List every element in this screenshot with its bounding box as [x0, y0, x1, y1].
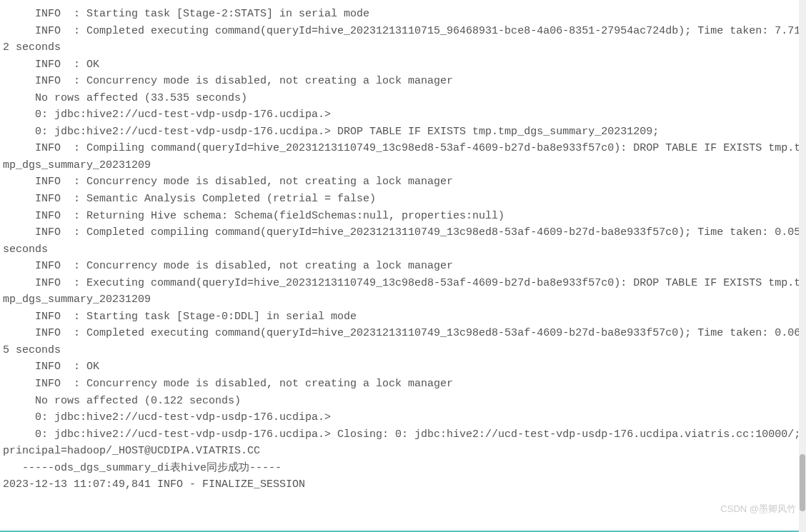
log-line: INFO : Starting task [Stage-0:DDL] in se… — [3, 308, 806, 326]
scrollbar-thumb[interactable] — [800, 454, 805, 511]
log-line: INFO : Semantic Analysis Completed (retr… — [3, 191, 806, 208]
log-line: INFO : Compiling command(queryId=hive_20… — [3, 140, 806, 174]
log-line: 2023-12-13 11:07:49,841 INFO - FINALIZE_… — [3, 476, 806, 493]
log-line: 0: jdbc:hive2://ucd-test-vdp-usdp-176.uc… — [3, 409, 806, 426]
log-line: INFO : Concurrency mode is disabled, not… — [3, 258, 806, 275]
log-line: INFO : Executing command(queryId=hive_20… — [3, 275, 806, 308]
log-line: INFO : Completed executing command(query… — [3, 325, 806, 358]
log-line: INFO : OK — [3, 56, 806, 74]
watermark-text: CSDN @墨卿风竹 — [720, 502, 796, 516]
log-line: No rows affected (33.535 seconds) — [3, 90, 806, 107]
log-line: INFO : Completed compiling command(query… — [3, 224, 806, 258]
log-line: 0: jdbc:hive2://ucd-test-vdp-usdp-176.uc… — [3, 426, 806, 460]
log-line: INFO : Concurrency mode is disabled, not… — [3, 376, 806, 393]
log-line: INFO : OK — [3, 358, 806, 376]
log-line: -----ods_dgs_summary_di表hive同步成功----- — [3, 460, 806, 477]
log-line: 0: jdbc:hive2://ucd-test-vdp-usdp-176.uc… — [3, 124, 806, 141]
log-line: INFO : Completed executing command(query… — [3, 23, 806, 56]
log-line: INFO : Starting task [Stage-2:STATS] in … — [3, 6, 806, 23]
log-line: INFO : Concurrency mode is disabled, not… — [3, 174, 806, 191]
log-line: No rows affected (0.122 seconds) — [3, 393, 806, 410]
scrollbar-track[interactable] — [799, 0, 806, 532]
log-line: INFO : Concurrency mode is disabled, not… — [3, 73, 806, 90]
log-output: INFO : Starting task [Stage-2:STATS] in … — [3, 6, 806, 493]
log-line: INFO : Returning Hive schema: Schema(fie… — [3, 208, 806, 225]
log-line: 0: jdbc:hive2://ucd-test-vdp-usdp-176.uc… — [3, 106, 806, 124]
